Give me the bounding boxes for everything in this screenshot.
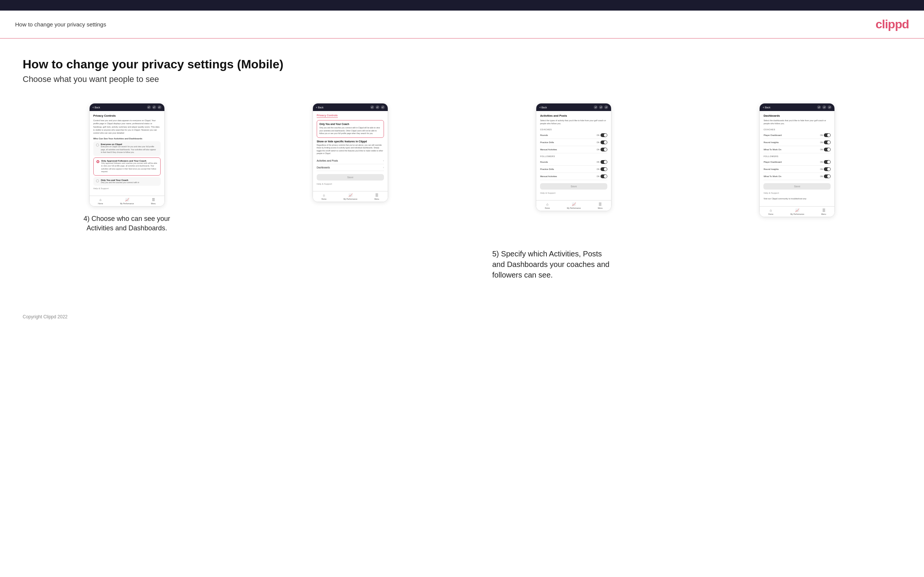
- settings-icon-3[interactable]: ☍: [604, 105, 608, 109]
- nav-home-4[interactable]: ⌂ Home: [768, 208, 773, 215]
- nav-menu-2[interactable]: ☰ Menu: [375, 193, 380, 200]
- privacy-controls-title: Privacy Controls: [93, 114, 161, 118]
- header-title: How to change your privacy settings: [15, 21, 106, 27]
- nav-performance-4[interactable]: 📈 My Performance: [790, 208, 804, 215]
- activities-posts-label: Activities and Posts: [317, 160, 338, 162]
- nav-home-1[interactable]: ⌂ Home: [98, 198, 103, 205]
- person-icon-1[interactable]: ☍: [152, 105, 156, 109]
- settings-icon-2[interactable]: ☍: [381, 105, 385, 109]
- nav-menu-label-4: Menu: [821, 213, 826, 215]
- screenshots-grid: < Back ☍ ☍ ☍ Privacy Controls Control ho…: [23, 103, 901, 234]
- save-button-3[interactable]: Save: [540, 183, 607, 190]
- player-dashboard-toggle-followers-switch[interactable]: [824, 160, 831, 164]
- nav-performance-2[interactable]: 📈 My Performance: [344, 193, 357, 200]
- help-support-4[interactable]: Help & Support: [763, 192, 831, 194]
- nav-home-2[interactable]: ⌂ Home: [321, 193, 326, 200]
- settings-icon-4[interactable]: ☍: [828, 105, 832, 109]
- phone-nav-2: ⌂ Home 📈 My Performance ☰ Menu: [313, 191, 388, 201]
- save-button-2[interactable]: Save: [317, 174, 384, 181]
- rounds-toggle-followers-switch[interactable]: [601, 160, 607, 164]
- nav-menu-label-3: Menu: [598, 207, 603, 209]
- person-icon-4[interactable]: ☍: [822, 105, 826, 109]
- help-support-1[interactable]: Help & Support: [93, 187, 161, 190]
- player-dashboard-toggle-coaches: Player Dashboard ON: [763, 132, 831, 139]
- player-dashboard-toggle-coaches-switch[interactable]: [824, 133, 831, 137]
- help-support-3[interactable]: Help & Support: [540, 192, 607, 194]
- phone-body-4: Dashboards Select the dashboards that yo…: [759, 111, 834, 206]
- search-icon-3[interactable]: ☍: [594, 105, 598, 109]
- nav-performance-3[interactable]: 📈 My Performance: [567, 202, 581, 209]
- performance-icon-3: 📈: [572, 202, 576, 206]
- nav-performance-1[interactable]: 📈 My Performance: [120, 198, 134, 205]
- menu-icon-3: ☰: [599, 202, 602, 206]
- logo: clippd: [876, 18, 909, 31]
- player-dashboard-label-coaches: Player Dashboard: [763, 134, 782, 136]
- phone-mockup-1: < Back ☍ ☍ ☍ Privacy Controls Control ho…: [89, 103, 165, 206]
- menu-icon-1: ☰: [152, 198, 155, 201]
- radio-approved[interactable]: Only Approved Followers and Your Coach O…: [93, 158, 161, 176]
- radio-everyone[interactable]: Everyone on Clippd Everyone on Clippd ca…: [93, 141, 161, 156]
- phone-mockup-4: < Back ☍ ☍ ☍ Dashboards Select the dashb…: [759, 103, 835, 217]
- save-button-4[interactable]: Save: [763, 183, 831, 190]
- caption-area-left: [23, 241, 455, 280]
- performance-icon-4: 📈: [795, 208, 799, 212]
- activities-posts-item[interactable]: Activities and Posts ›: [317, 158, 384, 164]
- person-icon-2[interactable]: ☍: [376, 105, 380, 109]
- practice-drills-toggle-followers-switch[interactable]: [601, 167, 607, 171]
- header: How to change your privacy settings clip…: [0, 11, 924, 39]
- coaches-label-4: COACHES: [763, 128, 831, 131]
- settings-icon-1[interactable]: ☍: [158, 105, 162, 109]
- screen2-section: < Back ☍ ☍ ☍ Privacy Controls Only You a…: [246, 103, 454, 202]
- radio-circle-2: [96, 160, 99, 163]
- round-insights-label-coaches: Round Insights: [763, 141, 779, 143]
- back-button-4[interactable]: < Back: [762, 106, 770, 109]
- manual-activities-toggle-coaches-switch[interactable]: [601, 148, 607, 152]
- rounds-label-followers: Rounds: [540, 161, 548, 163]
- nav-menu-3[interactable]: ☰ Menu: [598, 202, 603, 209]
- what-to-work-on-toggle-coaches-switch[interactable]: [824, 148, 831, 152]
- privacy-controls-tab[interactable]: Privacy Controls: [317, 114, 338, 118]
- show-hide-desc: Regardless of the privacy controls that …: [317, 144, 384, 155]
- caption-area-right: 5) Specify which Activities, Posts and D…: [470, 241, 902, 280]
- person-icon-3[interactable]: ☍: [599, 105, 603, 109]
- phone-header-2: < Back ☍ ☍ ☍: [313, 103, 388, 111]
- nav-menu-1[interactable]: ☰ Menu: [151, 198, 156, 205]
- nav-home-label-3: Home: [545, 207, 550, 209]
- dashboards-item[interactable]: Dashboards ›: [317, 164, 384, 171]
- what-to-work-on-toggle-followers-switch[interactable]: [824, 174, 831, 178]
- nav-menu-4[interactable]: ☰ Menu: [821, 208, 826, 215]
- nav-home-3[interactable]: ⌂ Home: [545, 202, 550, 209]
- what-to-work-on-toggle-coaches: What To Work On ON: [763, 146, 831, 153]
- info-box-desc: Only you and the coaches you connect wit…: [319, 126, 381, 135]
- nav-performance-label-1: My Performance: [120, 202, 134, 205]
- round-insights-toggle-coaches-switch[interactable]: [824, 140, 831, 144]
- top-bar: [0, 0, 924, 11]
- round-insights-label-followers: Round Insights: [763, 168, 779, 170]
- round-insights-toggle-coaches: Round Insights ON: [763, 139, 831, 146]
- search-icon-1[interactable]: ☍: [147, 105, 151, 109]
- manual-activities-toggle-followers: Manual Activities ON: [540, 173, 607, 180]
- manual-activities-toggle-followers-switch[interactable]: [601, 174, 607, 178]
- performance-icon-2: 📈: [349, 193, 352, 197]
- back-button-2[interactable]: < Back: [316, 106, 323, 109]
- who-can-see-label: Who Can See Your Activities and Dashboar…: [93, 137, 161, 140]
- round-insights-toggle-followers-switch[interactable]: [824, 167, 831, 171]
- caption-4: 4) Choose who can see your Activities an…: [78, 214, 176, 233]
- menu-icon-4: ☰: [822, 208, 825, 212]
- help-support-2[interactable]: Help & Support: [317, 183, 384, 185]
- rounds-toggle-coaches-switch[interactable]: [601, 133, 607, 137]
- back-button-3[interactable]: < Back: [539, 106, 547, 109]
- practice-drills-toggle-coaches-switch[interactable]: [601, 140, 607, 144]
- activities-posts-desc: Select the types of activity that you'd …: [540, 119, 607, 126]
- search-icon-2[interactable]: ☍: [370, 105, 374, 109]
- activities-posts-title: Activities and Posts: [540, 114, 607, 118]
- back-button-1[interactable]: < Back: [92, 106, 100, 109]
- radio-only-you[interactable]: Only You and Your Coach Only you and the…: [93, 177, 161, 186]
- arrow-icon-2: ›: [383, 166, 384, 169]
- nav-home-label-4: Home: [768, 213, 773, 215]
- phone-mockup-3: < Back ☍ ☍ ☍ Activities and Posts Select…: [536, 103, 611, 211]
- phone-nav-3: ⌂ Home 📈 My Performance ☰ Menu: [536, 200, 611, 211]
- practice-drills-label-followers: Practice Drills: [540, 168, 554, 170]
- menu-icon-2: ☰: [375, 193, 378, 197]
- search-icon-4[interactable]: ☍: [817, 105, 821, 109]
